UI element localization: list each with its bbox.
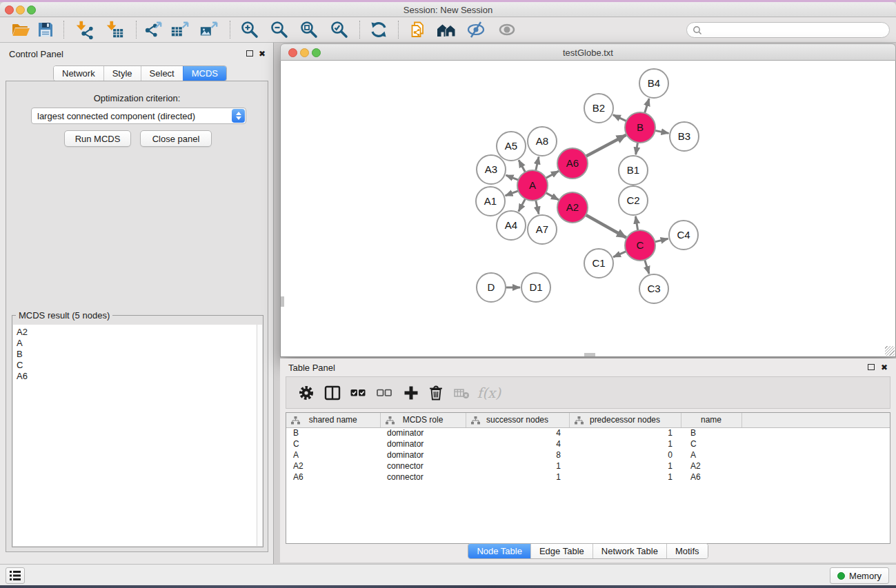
graph-node-A1[interactable]: A1 — [476, 187, 505, 216]
tab-select[interactable]: Select — [141, 66, 183, 81]
graph-edge-A6-B[interactable] — [586, 135, 626, 156]
hide-graphics-details-button[interactable] — [464, 18, 488, 41]
close-panel-icon[interactable]: ✖ — [881, 363, 888, 372]
graph-edge-B-B1[interactable] — [636, 143, 638, 155]
tab-node-table[interactable]: Node Table — [468, 544, 530, 558]
graph-node-B2[interactable]: B2 — [584, 94, 613, 123]
mcds-result-item[interactable]: B — [13, 349, 257, 360]
function-builder-button-disabled[interactable]: f(x) — [474, 383, 504, 403]
graph-edge-A-A4[interactable] — [519, 199, 526, 211]
tab-style[interactable]: Style — [103, 66, 141, 81]
graph-node-A3[interactable]: A3 — [477, 155, 506, 184]
float-panel-icon[interactable] — [246, 50, 253, 57]
graph-node-A8[interactable]: A8 — [528, 127, 557, 156]
deselect-all-button[interactable] — [374, 383, 395, 403]
table-row[interactable]: Cdominator41C — [286, 438, 890, 449]
scrollbar-track[interactable] — [257, 325, 262, 546]
graph-node-C[interactable]: C — [625, 230, 655, 261]
import-network-button[interactable] — [72, 18, 96, 41]
delete-table-button-disabled[interactable] — [451, 383, 472, 403]
graph-node-B4[interactable]: B4 — [639, 69, 668, 98]
show-column-button[interactable] — [322, 383, 343, 403]
graph-edge-C-C3[interactable] — [645, 260, 649, 274]
column-header-name[interactable]: name — [681, 413, 741, 427]
search-input[interactable] — [686, 22, 890, 38]
graph-node-C4[interactable]: C4 — [669, 221, 698, 250]
graph-edge-C-C2[interactable] — [636, 216, 638, 231]
graph-node-A6[interactable]: A6 — [557, 148, 588, 179]
graph-edge-A-A2[interactable] — [546, 193, 559, 200]
network-canvas[interactable]: B4B2BB3A5A8A6A3AB1A1A2C2A4A7C4CC1C3DD1 — [280, 61, 896, 357]
tab-edge-table[interactable]: Edge Table — [530, 544, 593, 558]
delete-columns-button[interactable] — [426, 383, 446, 403]
zoom-fit-button[interactable] — [297, 18, 321, 41]
graph-edge-B-B3[interactable] — [655, 130, 669, 133]
tab-network[interactable]: Network — [54, 66, 103, 81]
graph-edge-A-A6[interactable] — [546, 171, 559, 178]
graph-node-B1[interactable]: B1 — [619, 156, 648, 185]
float-panel-icon[interactable] — [868, 364, 875, 370]
task-history-button[interactable] — [6, 567, 25, 584]
graph-node-D[interactable]: D — [477, 273, 506, 302]
graph-edge-B-B2[interactable] — [613, 115, 626, 121]
table-row[interactable]: Adominator80A — [286, 449, 890, 460]
save-session-button[interactable] — [34, 18, 57, 41]
select-all-button[interactable] — [348, 383, 368, 403]
graph-node-A7[interactable]: A7 — [528, 215, 557, 244]
zoom-in-button[interactable] — [238, 18, 261, 41]
close-panel-button[interactable]: Close panel — [140, 130, 212, 147]
tab-motifs[interactable]: Motifs — [666, 544, 708, 558]
mcds-result-item[interactable]: A2 — [13, 327, 257, 338]
graph-node-A5[interactable]: A5 — [497, 132, 526, 161]
graph-edge-A-A5[interactable] — [519, 160, 526, 172]
zoom-selected-button[interactable] — [328, 18, 351, 41]
graph-node-C3[interactable]: C3 — [639, 274, 668, 303]
graph-edge-C-C1[interactable] — [613, 252, 626, 257]
new-network-from-selection-button[interactable] — [407, 18, 430, 41]
graph-node-C1[interactable]: C1 — [584, 249, 613, 278]
tab-network-table[interactable]: Network Table — [593, 544, 666, 558]
graph-node-C2[interactable]: C2 — [619, 186, 648, 215]
network-window-titlebar[interactable]: testGlobe.txt — [280, 43, 896, 61]
vertical-scrollbar-thumb[interactable] — [281, 296, 284, 307]
refresh-view-button[interactable] — [367, 18, 390, 41]
window-resize-grip[interactable] — [885, 346, 895, 356]
graph-node-A2[interactable]: A2 — [557, 192, 588, 223]
column-header-predecessor-nodes[interactable]: predecessor nodes — [569, 413, 681, 427]
column-header-shared-name[interactable]: shared name — [286, 413, 380, 427]
export-network-button[interactable] — [141, 18, 165, 41]
graph-node-A[interactable]: A — [517, 170, 548, 201]
show-panel-button[interactable] — [495, 18, 519, 41]
graph-edge-A2-C[interactable] — [586, 215, 626, 238]
graph-node-B[interactable]: B — [625, 112, 655, 143]
column-header-mcds-role[interactable]: MCDS role — [380, 413, 466, 427]
export-image-button[interactable] — [197, 18, 221, 41]
table-settings-button[interactable] — [296, 383, 317, 403]
graph-edge-A-A8[interactable] — [536, 157, 539, 171]
graph-edge-C-C4[interactable] — [655, 239, 668, 242]
table-row[interactable]: A2connector11A2 — [286, 460, 890, 472]
graph-edge-A-A3[interactable] — [506, 175, 519, 180]
graph-edge-A-A1[interactable] — [506, 191, 519, 196]
graph-node-D1[interactable]: D1 — [521, 273, 550, 302]
memory-button[interactable]: Memory — [830, 567, 889, 584]
graph-node-B3[interactable]: B3 — [670, 122, 699, 151]
tab-mcds[interactable]: MCDS — [183, 66, 226, 81]
table-row[interactable]: Bdominator41B — [286, 427, 890, 438]
mcds-result-item[interactable]: A — [13, 338, 257, 349]
graph-edge-B-B4[interactable] — [645, 99, 650, 113]
graph-node-A4[interactable]: A4 — [497, 211, 526, 240]
horizontal-scrollbar-thumb[interactable] — [584, 353, 595, 356]
close-panel-icon[interactable]: ✖ — [259, 50, 266, 58]
zoom-out-button[interactable] — [268, 18, 291, 41]
optimization-criterion-select[interactable]: largest connected component (directed) — [31, 108, 246, 124]
mcds-result-item[interactable]: C — [13, 360, 257, 371]
graph-edge-A-A7[interactable] — [536, 201, 539, 214]
open-session-button[interactable] — [9, 18, 32, 41]
mcds-result-item[interactable]: A6 — [13, 371, 257, 382]
run-mcds-button[interactable]: Run MCDS — [64, 130, 131, 147]
export-table-button[interactable] — [168, 18, 192, 41]
import-table-button[interactable] — [103, 18, 126, 41]
create-column-button[interactable] — [401, 383, 421, 403]
home-button[interactable] — [435, 18, 458, 41]
